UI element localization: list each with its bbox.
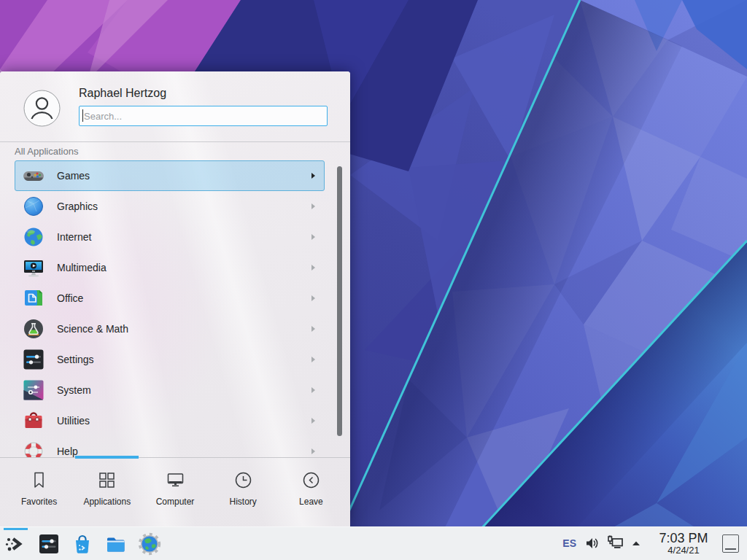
system-tray: ES 7:03 PM 4/24/21 [562,531,747,556]
clock-time: 7:03 PM [652,531,715,545]
system-sliders-icon [22,378,45,402]
tab-computer[interactable]: Computer [141,458,209,526]
wired-network-icon[interactable] [607,534,624,552]
category-label: Multimedia [57,262,311,273]
discover-bag-icon [71,532,94,556]
submenu-arrow-icon [311,265,315,271]
category-row-settings[interactable]: Settings [15,344,325,375]
digital-clock[interactable]: 7:03 PM 4/24/21 [652,531,715,556]
volume-icon[interactable] [584,535,600,551]
category-label: System [57,384,311,396]
app-launcher-icon [4,532,27,556]
category-row-multimedia[interactable]: Multimedia [15,252,325,283]
launcher-tabbar: Favorites Applications Computer [5,458,345,526]
clock-date: 4/24/21 [652,545,715,556]
active-task-indicator [4,528,28,530]
sphere-icon [22,195,45,218]
folder-icon [104,532,128,556]
submenu-arrow-icon [311,357,315,362]
show-desktop-button[interactable] [722,534,739,553]
user-avatar[interactable] [23,90,61,127]
toolbox-icon [22,409,45,432]
tab-label: History [230,497,257,507]
header-separator [0,141,350,142]
bookmark-icon [29,470,49,490]
leave-icon [301,470,321,490]
discover-store-button[interactable] [71,532,94,556]
section-label: All Applications [15,146,78,157]
clock-icon [233,470,253,490]
gamepad-icon [22,164,45,187]
globe-icon [22,225,45,249]
category-label: Office [57,292,311,304]
grid-icon [97,470,117,490]
app-launcher-button[interactable] [4,532,27,556]
tab-applications[interactable]: Applications [73,458,141,526]
flask-icon [22,317,45,341]
submenu-arrow-icon [311,418,315,424]
submenu-arrow-icon [311,387,315,393]
submenu-arrow-icon [311,203,315,209]
category-row-science-math[interactable]: Science & Math [15,314,325,344]
web-browser-icon [138,532,161,556]
search-input[interactable] [79,106,328,126]
category-label: Internet [57,231,311,243]
monitor-play-icon [22,256,45,279]
category-label: Games [57,170,311,182]
category-row-office[interactable]: Office [15,283,325,314]
category-row-graphics[interactable]: Graphics [15,191,325,222]
text-caret [82,109,83,122]
expand-tray-arrow-icon[interactable] [631,539,641,548]
submenu-arrow-icon [311,173,315,179]
tab-history[interactable]: History [209,458,277,526]
tab-label: Computer [156,497,195,507]
tab-label: Leave [299,497,323,507]
category-label: Utilities [57,415,311,427]
category-row-utilities[interactable]: Utilities [15,405,325,436]
system-settings-button[interactable] [37,532,61,556]
sliders-icon [22,348,45,371]
file-manager-button[interactable] [104,532,128,556]
application-launcher-menu: Raphael Hertzog All Applications Games [0,71,350,526]
system-settings-icon [37,532,61,556]
tab-leave[interactable]: Leave [277,458,345,526]
category-row-games[interactable]: Games [15,160,325,191]
category-label: Settings [57,354,311,365]
user-name: Raphael Hertzog [79,87,166,100]
tab-label: Applications [83,497,131,507]
category-row-internet[interactable]: Internet [15,222,325,252]
computer-icon [166,470,185,490]
document-icon [22,287,45,310]
taskbar-panel: ES 7:03 PM 4/24/21 [0,526,747,560]
category-row-system[interactable]: System [15,375,325,405]
category-row-help[interactable]: Help [15,436,325,457]
keyboard-layout-indicator[interactable]: ES [562,537,576,549]
lifebuoy-icon [22,440,45,457]
application-category-list: Games Graphics Internet [15,160,325,457]
category-label: Science & Math [57,323,311,335]
web-browser-button[interactable] [138,532,161,556]
list-scrollbar[interactable] [337,166,342,436]
category-label: Graphics [57,201,311,212]
tab-favorites[interactable]: Favorites [5,458,73,526]
submenu-arrow-icon [311,326,315,332]
submenu-arrow-icon [311,448,315,454]
submenu-arrow-icon [311,295,315,301]
tab-label: Favorites [21,497,57,507]
submenu-arrow-icon [311,234,315,240]
